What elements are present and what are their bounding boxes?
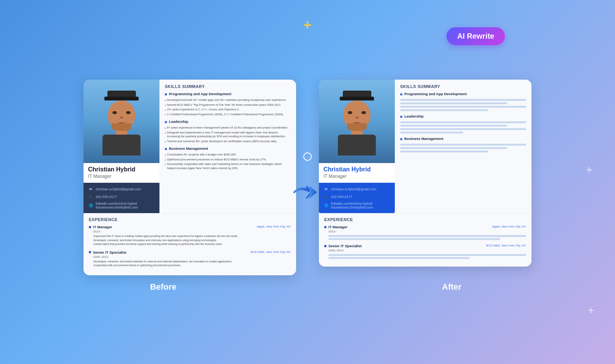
after-skills-summary-section: SKILLS SUMMARY Programming and App Devel… (395, 80, 531, 213)
skill-line-1 (400, 99, 526, 101)
skill-bullet-4: • C Certified Professional Programmer (2… (165, 113, 291, 117)
skill-bullet-2: • Named BCD M&E's "Top Programmer of The… (165, 103, 291, 107)
leadership-line-4 (400, 132, 463, 133)
exp2-line-1 (328, 254, 526, 256)
exp-item-2: Senior IT Specialist BCD M&E, New York C… (89, 250, 291, 268)
leadership-line-2 (400, 125, 507, 127)
exp-company-1: Apple, New York City, NY (257, 225, 291, 228)
plus-decoration-top: + (303, 18, 311, 32)
exp-title-2: Senior IT Specialist (89, 250, 126, 254)
after-resume-photo (319, 80, 395, 163)
main-content: Christian Hybrid IT Manager ✉ christian.… (84, 80, 531, 275)
linkedin-icon: 🌐 (88, 203, 93, 208)
exp-line-2 (328, 238, 500, 240)
after-skill-dot-business (400, 138, 402, 140)
contact-email: ✉ christian.w.hybrid@gmail.com (88, 187, 155, 192)
before-label: Before (57, 282, 270, 292)
skill-bullet-1: • Developed and built 20+ mobile apps an… (165, 98, 291, 102)
skill-leadership: Leadership • 8+ years experience in team… (165, 119, 291, 143)
after-skill-dot-programming (400, 93, 402, 96)
circle-decoration (303, 152, 312, 161)
after-exp-dates-2: 2006–2013 (328, 249, 526, 252)
resume-photo (84, 80, 159, 163)
after-skill-leadership: Leadership (400, 114, 526, 133)
contact-linkedin: 🌐 linkedin.com/in/chris-hybrid futureisn… (88, 202, 155, 209)
skill-line-2 (400, 102, 507, 104)
after-skill-programming: Programming and App Development (400, 92, 526, 111)
leadership-bullet-2: • Designed and implemented a new IT mana… (165, 131, 291, 139)
person-title: IT Manager (88, 174, 155, 179)
exp-item-1: IT Manager Apple, New York City, NY 2013… (89, 225, 291, 246)
after-label: After (345, 282, 558, 292)
skill-line-3 (400, 106, 526, 108)
skills-section-title: SKILLS SUMMARY (165, 84, 291, 89)
skill-business: Business Management • Coordinated 20+ pr… (165, 146, 291, 170)
after-exp-item-1: IT Manager Apple, New York City, NY 2013… (324, 225, 526, 240)
phone-icon: 📞 (88, 194, 93, 199)
after-email-text: christian.w.hybrid@gmail.com (331, 187, 376, 191)
leadership-line-3 (400, 128, 526, 130)
skill-dot-leadership (165, 121, 167, 123)
skill-bullet-3: • 15+ years experience in C, C++, Cocoa,… (165, 108, 291, 112)
plus-decoration-right-mid: + (586, 164, 592, 176)
business-bullet-2: • Optimized procurement processes to red… (165, 158, 291, 162)
after-person-name: Christian Hybrid (323, 166, 390, 173)
after-skill-dot-leadership (400, 116, 402, 118)
exp-dates-2: 2006–2013 (93, 255, 291, 259)
exp-title-1: IT Manager (89, 225, 112, 229)
after-skill-title-programming: Programming and App Development (404, 92, 467, 96)
experience-section: EXPERIENCE IT Manager Apple, New York Ci… (84, 213, 296, 275)
after-resume-top-section: Christian Hybrid IT Manager ✉ christian.… (319, 80, 531, 213)
after-contact-linkedin: 🌐 linkedin.com/in/chris-hybrid futureisn… (323, 202, 390, 209)
plus-decoration-right-bottom: + (588, 304, 594, 317)
skill-title-business: Business Management (169, 146, 208, 151)
before-resume-card: Christian Hybrid IT Manager ✉ christian.… (84, 80, 296, 275)
after-contact-phone: 📞 202-555-0177 (323, 194, 390, 199)
after-skill-title-leadership: Leadership (404, 114, 424, 118)
after-experience-section: EXPERIENCE IT Manager Apple, New York Ci… (319, 213, 531, 267)
business-line-1 (400, 144, 526, 146)
skill-title-programming: Programming and App Development (169, 92, 231, 96)
exp-company-2: BCD M&E, New York City, NY (251, 250, 291, 254)
after-exp-company-2: BCD M&E, New York City, NY (486, 244, 526, 247)
after-exp-company-1: Apple, New York City, NY (492, 225, 526, 228)
after-phone-text: 202-555-0177 (331, 195, 352, 199)
exp2-line-2 (328, 257, 470, 259)
resume-contacts: ✉ christian.w.hybrid@gmail.com 📞 202-555… (84, 183, 159, 213)
exp-bullet-1-2: Developed, reviewed, and tested innovati… (93, 238, 291, 243)
after-website-text: futureisnow.chrishybrid.com (331, 206, 373, 209)
business-bullet-1: • Coordinated 20+ projects with a budget… (165, 153, 291, 157)
arrow-decoration (292, 179, 323, 207)
after-phone-icon: 📞 (323, 194, 329, 199)
label-row: Before After (57, 282, 558, 292)
business-line-2 (400, 147, 507, 149)
resume-top-section: Christian Hybrid IT Manager ✉ christian.… (84, 80, 296, 213)
leadership-line-1 (400, 121, 526, 123)
after-skills-section-title: SKILLS SUMMARY (400, 84, 526, 89)
email-icon: ✉ (88, 187, 93, 192)
after-resume-name-box: Christian Hybrid IT Manager (319, 163, 395, 182)
skill-dot-programming (165, 93, 167, 96)
exp-line-1 (328, 235, 526, 237)
ai-rewrite-badge[interactable]: AI Rewrite (446, 27, 505, 45)
linkedin-text: linkedin.com/in/chris-hybrid (96, 202, 138, 206)
leadership-bullet-1: • 8+ years experience in team management… (165, 126, 291, 130)
exp-bullet-2-2: Cooperated with procurement teams in opt… (93, 264, 291, 268)
experience-section-title: EXPERIENCE (89, 217, 291, 222)
exp-bullet-2-1: Developed, reviewed, and tested websites… (93, 260, 291, 264)
after-skill-title-business: Business Management (404, 136, 443, 141)
after-resume-contacts: ✉ christian.w.hybrid@gmail.com 📞 202-555… (319, 183, 395, 213)
leadership-bullet-3: • Trained and mentored 50+ junior develo… (165, 140, 291, 144)
website-text: futureisnow.chrishybrid.com (96, 206, 138, 209)
after-skill-business: Business Management (400, 136, 526, 152)
business-bullet-3: • Successfully cooperated with sales and… (165, 162, 291, 170)
after-linkedin-icon: 🌐 (323, 203, 329, 208)
skill-title-leadership: Leadership (169, 119, 188, 124)
business-line-3 (400, 151, 488, 152)
after-exp-item-2: Senior IT Specialist BCD M&E, New York C… (324, 244, 526, 259)
resume-photo-block: Christian Hybrid IT Manager ✉ christian.… (84, 80, 159, 213)
exp-bullet-1-1: Supervised the IT team in creating mobil… (93, 234, 291, 238)
svg-marker-0 (309, 186, 317, 199)
person-name: Christian Hybrid (88, 166, 155, 173)
exp-dates-1: 2013– (93, 230, 291, 233)
